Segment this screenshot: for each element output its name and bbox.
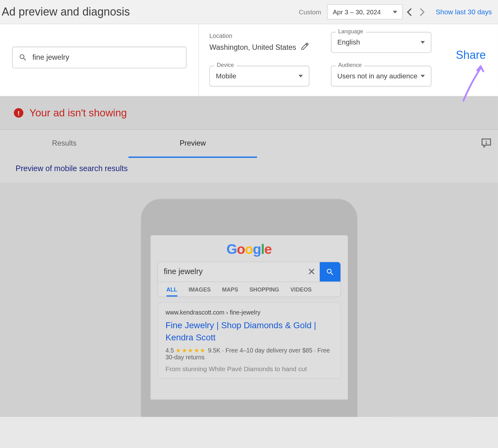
result-url: www.kendrascott.com › fine-jewelry — [166, 309, 333, 315]
audience-select[interactable]: Audience Users not in any audience — [331, 66, 431, 86]
dropdown-icon — [420, 41, 425, 44]
svg-point-1 — [486, 143, 486, 144]
dropdown-icon — [393, 11, 397, 13]
serp-result-card: www.kendrascott.com › fine-jewelry Fine … — [157, 302, 341, 379]
star-icon: ★★★★★ — [176, 347, 208, 354]
search-icon — [19, 53, 27, 62]
tab-strip: Results Preview — [0, 130, 498, 157]
google-logo: Google — [150, 241, 348, 262]
location-value: Washington, United States — [209, 43, 296, 52]
serp-query-value[interactable]: fine jewelry — [158, 262, 303, 282]
date-range-picker[interactable]: Apr 3 – 30, 2024 — [327, 4, 403, 20]
result-title[interactable]: Fine Jewelry | Shop Diamonds & Gold | Ke… — [166, 319, 333, 343]
location-label: Location — [209, 32, 309, 39]
phone-screen: Google fine jewelry ✕ ALL IMAGES MAPS SH… — [150, 235, 348, 399]
result-rating-count: 9.5K — [208, 347, 220, 354]
result-description: From stunning White Pavé Diamonds to han… — [166, 365, 333, 372]
keyword-search-input[interactable]: fine jewelry — [12, 47, 186, 68]
location-block: Location Washington, United States — [209, 32, 309, 53]
serp-search-button[interactable] — [320, 262, 341, 282]
serp-tab-videos[interactable]: VIDEOS — [290, 286, 312, 293]
feedback-button[interactable] — [481, 137, 492, 150]
device-label: Device — [214, 62, 237, 68]
show-last-30-days-link[interactable]: Show last 30 days — [436, 8, 492, 16]
serp-tabs: ALL IMAGES MAPS SHOPPING VIDEOS — [158, 282, 341, 296]
serp-tab-images[interactable]: IMAGES — [189, 286, 211, 293]
result-meta: 4.5 ★★★★★ 9.5K · Free 4–10 day delivery … — [166, 347, 333, 361]
clear-query-button[interactable]: ✕ — [303, 262, 320, 282]
dropdown-icon — [420, 75, 425, 77]
tab-preview[interactable]: Preview — [129, 130, 257, 158]
serp-tab-all[interactable]: ALL — [166, 286, 177, 296]
language-select[interactable]: Language English — [331, 32, 431, 53]
result-shipping: Free 4–10 day delivery over $85 — [226, 347, 312, 354]
tab-results[interactable]: Results — [0, 130, 129, 157]
next-range-button[interactable] — [416, 7, 429, 16]
share-annotation: Share — [456, 49, 486, 104]
language-value: English — [337, 39, 360, 46]
error-icon: ! — [14, 108, 23, 118]
filter-row: fine jewelry Location Washington, United… — [0, 24, 498, 96]
audience-label: Audience — [336, 62, 364, 68]
device-value: Mobile — [216, 72, 237, 80]
prev-range-button[interactable] — [403, 7, 416, 16]
page-title: Ad preview and diagnosis — [2, 5, 130, 19]
header-bar: Ad preview and diagnosis Custom Apr 3 – … — [0, 0, 498, 24]
date-range-value: Apr 3 – 30, 2024 — [333, 8, 381, 16]
keyword-search-value: fine jewelry — [32, 53, 69, 62]
phone-frame: Google fine jewelry ✕ ALL IMAGES MAPS SH… — [141, 199, 357, 417]
arrow-annotation-icon — [458, 64, 486, 102]
preview-subtitle: Preview of mobile search results — [0, 157, 498, 183]
share-annotation-text: Share — [456, 49, 486, 62]
result-rating-value: 4.5 — [166, 347, 174, 354]
phone-preview-area: Google fine jewelry ✕ ALL IMAGES MAPS SH… — [0, 183, 498, 417]
audience-value: Users not in any audience — [337, 72, 417, 80]
alert-bar: ! Your ad isn't showing — [0, 96, 498, 130]
serp-tab-maps[interactable]: MAPS — [222, 286, 238, 293]
date-range-label: Custom — [299, 8, 321, 16]
edit-location-button[interactable] — [301, 42, 309, 53]
language-label: Language — [336, 28, 366, 35]
alert-text: Your ad isn't showing — [30, 107, 127, 119]
serp-search-box: fine jewelry ✕ ALL IMAGES MAPS SHOPPING … — [157, 262, 341, 297]
search-icon — [326, 268, 334, 276]
dropdown-icon — [298, 75, 303, 77]
serp-tab-shopping[interactable]: SHOPPING — [250, 286, 279, 293]
device-select[interactable]: Device Mobile — [209, 66, 309, 86]
